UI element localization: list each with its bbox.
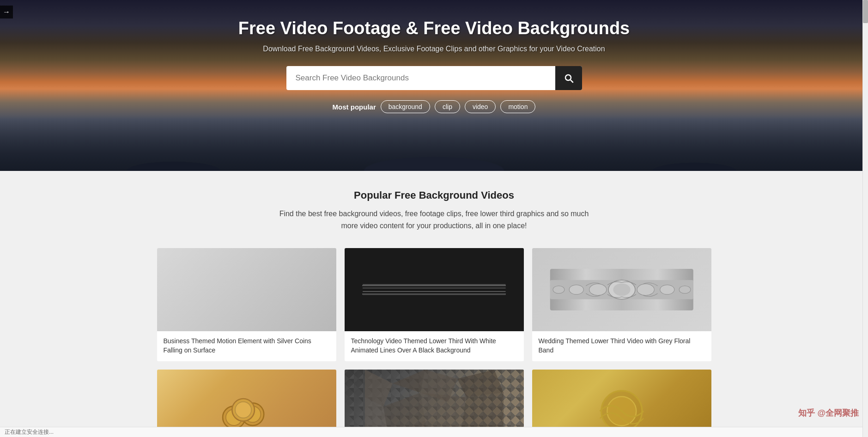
svg-point-6 [637,284,654,296]
video-card-2[interactable]: Technology Video Themed Lower Third With… [345,248,524,361]
svg-point-14 [235,402,251,418]
video-card-1[interactable]: Business Themed Motion Element with Silv… [157,248,336,361]
tag-clip[interactable]: clip [435,100,460,113]
video-card-3[interactable]: Wedding Themed Lower Third Video with Gr… [532,248,711,361]
hero-section: Free Video Footage & Free Video Backgrou… [0,0,868,171]
svg-point-2 [613,284,630,296]
tag-row: Most popular background clip video motio… [333,100,536,113]
search-bar-container [286,66,582,90]
search-icon [563,73,574,84]
search-button[interactable] [555,66,582,90]
svg-marker-18 [457,370,504,397]
popular-label: Most popular [333,103,376,111]
svg-point-5 [553,286,565,294]
hero-title: Free Video Footage & Free Video Backgrou… [238,18,630,38]
hero-subtitle: Download Free Background Videos, Exclusi… [263,45,605,53]
status-text: 正在建立安全连接... [5,428,54,436]
tech-lines [362,284,505,295]
status-bar: 正在建立安全连接... [0,427,868,437]
video-thumb-2 [345,248,524,331]
floral-ornament [550,269,693,310]
svg-point-3 [589,284,606,296]
video-thumb-3 [532,248,711,331]
search-input[interactable] [286,66,582,90]
video-title-3: Wedding Themed Lower Third Video with Gr… [539,337,705,355]
section-description: Find the best free background videos, fr… [273,208,596,231]
scrollbar-thumb[interactable] [863,0,868,23]
video-info-2: Technology Video Themed Lower Third With… [345,331,524,361]
video-info-3: Wedding Themed Lower Third Video with Gr… [532,331,711,361]
svg-marker-22 [462,393,504,425]
section-title: Popular Free Background Videos [9,189,859,201]
video-title-1: Business Themed Motion Element with Silv… [164,337,330,355]
svg-marker-21 [420,393,467,425]
svg-point-4 [569,285,583,295]
video-thumb-1 [157,248,336,331]
tag-motion[interactable]: motion [500,100,535,113]
video-info-1: Business Themed Motion Element with Silv… [157,331,336,361]
scrollbar-track[interactable] [862,0,868,437]
main-content: Popular Free Background Videos Find the … [0,171,868,437]
video-title-2: Technology Video Themed Lower Third With… [351,337,517,355]
tag-background[interactable]: background [381,100,430,113]
tag-video[interactable]: video [465,100,496,113]
svg-point-7 [660,285,674,295]
video-grid: Business Themed Motion Element with Silv… [157,248,711,437]
svg-point-8 [679,286,691,294]
nav-arrow[interactable]: → [0,6,13,18]
svg-marker-16 [393,370,425,393]
